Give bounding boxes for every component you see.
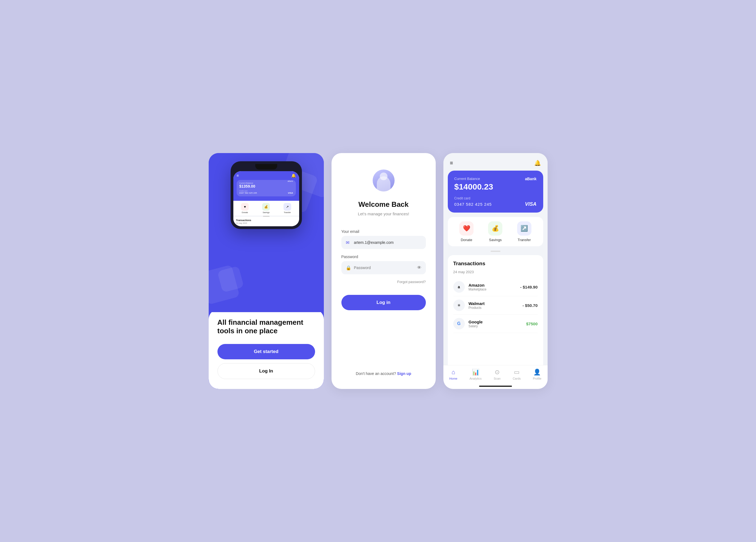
login-subtitle: Let's manage your finances! [358, 211, 409, 216]
mini-transfer-label: Transfer [284, 211, 291, 213]
transfer-icon: ↗️ [517, 221, 531, 236]
login-outline-button[interactable]: Log In [217, 363, 315, 379]
phone-header: ≡ 🔔 Current Balance aBank $1359.00 Credi… [233, 171, 299, 201]
transactions-date: 24 may 2023 [453, 270, 538, 274]
card-balance: $14000.23 [454, 182, 537, 191]
scan-icon: ⊙ [495, 369, 500, 376]
lock-icon: 🔒 [346, 265, 351, 270]
mini-balance-label: Current Balance [239, 182, 253, 184]
onboarding-tagline: All financial management tools in one pl… [217, 318, 315, 335]
home-indicator [479, 386, 512, 387]
password-input-wrapper: 🔒 👁 [341, 261, 426, 274]
avatar-silhouette [377, 176, 390, 191]
phone-notch [255, 164, 277, 170]
signup-link[interactable]: Sign up [397, 371, 411, 376]
forgot-password-link[interactable]: Forgot password? [341, 280, 426, 284]
card-cc-label: Credit card [454, 196, 537, 200]
action-transfer[interactable]: ↗️ Transfer [517, 221, 531, 242]
action-savings[interactable]: 💰 Savings [488, 221, 502, 242]
action-donate[interactable]: ❤️ Donate [459, 221, 474, 242]
dashboard-bell-icon[interactable]: 🔔 [534, 160, 541, 166]
cards-icon: ▭ [514, 369, 520, 376]
mini-action-savings: 💰 Savings [262, 203, 270, 213]
mini-hamburger-icon: ≡ [237, 173, 239, 178]
screen-login: Welcome Back Let's manage your finances!… [332, 153, 436, 389]
password-label: Password [341, 255, 426, 259]
email-icon: ✉ [346, 240, 349, 245]
analytics-label: Analytics [469, 377, 482, 380]
transaction-google[interactable]: G Google Salary $7500 [453, 315, 538, 333]
analytics-icon: 📊 [472, 369, 479, 376]
amazon-sub: Marketplace [469, 287, 520, 291]
mini-donate-label: Donate [242, 211, 248, 213]
nav-cards[interactable]: ▭ Cards [513, 369, 521, 380]
mini-balance: $1359.00 [239, 184, 293, 188]
dashboard-bank-card: Current Balance aBank $14000.23 Credit c… [448, 171, 543, 213]
savings-label: Savings [489, 238, 502, 242]
card-balance-label: Current Balance [454, 177, 480, 181]
home-icon: ⌂ [452, 369, 455, 376]
email-label: Your email [341, 229, 426, 234]
dashboard-header: ≡ 🔔 [443, 153, 548, 171]
walmart-name: Walmart [469, 301, 523, 306]
nav-home[interactable]: ⌂ Home [449, 369, 457, 380]
card-cc-number: 0347 582 425 245 [454, 202, 492, 207]
nav-scan[interactable]: ⊙ Scan [494, 369, 500, 380]
scroll-indicator [443, 251, 548, 252]
mini-bank-name: aBank [288, 180, 293, 184]
signup-text: Don't have an account? [356, 371, 396, 376]
mini-transfer-icon: ↗ [284, 203, 291, 211]
phone-inner: ≡ 🔔 Current Balance aBank $1359.00 Credi… [233, 171, 299, 226]
amazon-name: Amazon [469, 283, 520, 287]
card-cc-row: 0347 582 425 245 VISA [454, 201, 537, 207]
amazon-icon: a [453, 281, 465, 293]
mini-cc-number: 0347 582 425 245 [239, 192, 257, 194]
signup-row: Don't have an account? Sign up [356, 371, 411, 376]
cards-label: Cards [513, 377, 521, 380]
login-button[interactable]: Log in [341, 295, 426, 310]
google-amount: $7500 [526, 321, 538, 326]
savings-icon: 💰 [488, 221, 502, 236]
mini-tx-title: Transactions [236, 219, 296, 222]
google-name: Google [469, 320, 526, 324]
mini-savings-icon: 💰 [262, 203, 270, 211]
transaction-amazon[interactable]: a Amazon Marketplace - $149.90 [453, 278, 538, 296]
mini-cc-label: Credit card [239, 190, 293, 192]
mini-savings-label: Savings [263, 211, 270, 213]
profile-label: Profile [533, 377, 541, 380]
mini-actions: ♥ Donate 💰 Savings ↗ Transfer [233, 201, 299, 216]
walmart-info: Walmart Products [469, 301, 523, 310]
get-started-button[interactable]: Get started [217, 344, 315, 359]
email-input[interactable] [341, 236, 426, 249]
login-title: Welcome Back [358, 200, 409, 209]
eye-icon[interactable]: 👁 [417, 265, 421, 270]
home-indicator-bar [443, 386, 548, 389]
google-icon: G [453, 318, 465, 329]
mini-visa-logo: VISA [288, 192, 293, 194]
mini-action-donate: ♥ Donate [241, 203, 249, 213]
password-input[interactable] [341, 261, 426, 274]
nav-profile[interactable]: 👤 Profile [533, 369, 541, 380]
google-sub: Salary [469, 324, 526, 328]
card-bank-name: aBank [525, 177, 536, 181]
dashboard-hamburger-icon[interactable]: ≡ [450, 160, 453, 166]
transaction-walmart[interactable]: ✳ Walmart Products - $50.70 [453, 296, 538, 315]
screens-container: ≡ 🔔 Current Balance aBank $1359.00 Credi… [209, 153, 548, 389]
profile-icon: 👤 [533, 369, 541, 376]
mini-tx-date: 24 may 2023 [236, 222, 296, 224]
mini-bell-icon: 🔔 [291, 173, 296, 178]
phone-mockup-area: ≡ 🔔 Current Balance aBank $1359.00 Credi… [209, 153, 324, 312]
visa-logo: VISA [525, 201, 536, 207]
login-form: Your email ✉ Password 🔒 👁 Forgot passwor… [341, 229, 426, 295]
onboarding-bottom: All financial management tools in one pl… [209, 309, 324, 389]
avatar-head [380, 173, 387, 180]
donate-icon: ❤️ [459, 221, 474, 236]
google-info: Google Salary [469, 320, 526, 328]
phone-top-bar: ≡ 🔔 [237, 173, 296, 178]
home-label: Home [449, 377, 457, 380]
nav-analytics[interactable]: 📊 Analytics [469, 369, 482, 380]
amazon-info: Amazon Marketplace [469, 283, 520, 291]
screen-onboarding: ≡ 🔔 Current Balance aBank $1359.00 Credi… [209, 153, 324, 389]
phone-notch-bar [233, 164, 299, 170]
transactions-panel: Transactions 24 may 2023 a Amazon Market… [448, 255, 543, 365]
